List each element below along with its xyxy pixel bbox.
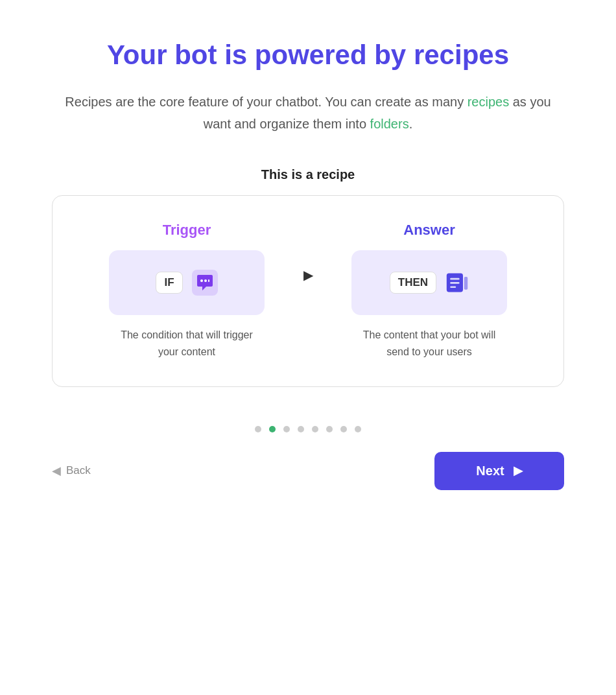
dot-2 xyxy=(269,426,276,432)
content-block-icon xyxy=(445,271,469,294)
svg-rect-8 xyxy=(464,277,468,290)
chat-bubble-icon xyxy=(192,270,218,296)
arrow-divider: ▶ xyxy=(289,250,327,283)
right-arrow-icon: ▶ xyxy=(303,267,313,283)
svg-rect-3 xyxy=(208,279,209,282)
trigger-column: Trigger IF The condition that will trigg… xyxy=(85,222,289,360)
subtitle-recipes: recipes xyxy=(468,95,509,109)
next-arrow-icon: ▶ xyxy=(514,464,523,478)
svg-rect-6 xyxy=(450,282,459,284)
back-button[interactable]: ◀ Back xyxy=(52,464,91,478)
dot-8 xyxy=(355,426,361,432)
answer-description: The content that your bot will send to y… xyxy=(358,327,501,360)
answer-pill: THEN xyxy=(351,250,507,315)
dot-4 xyxy=(298,426,304,432)
dot-7 xyxy=(340,426,347,432)
subtitle-end: . xyxy=(409,117,413,131)
answer-title: Answer xyxy=(403,222,455,239)
recipe-card: Trigger IF The condition that will trigg… xyxy=(52,195,564,386)
next-button-label: Next xyxy=(476,464,504,478)
nav-row: ◀ Back Next ▶ xyxy=(52,452,564,490)
recipe-section-label: This is a recipe xyxy=(261,167,355,182)
page-container: Your bot is powered by recipes Recipes a… xyxy=(0,0,616,695)
answer-column: Answer THEN The content that your bot wi… xyxy=(327,222,531,360)
dot-5 xyxy=(312,426,318,432)
trigger-description: The condition that will trigger your con… xyxy=(115,327,258,360)
dot-3 xyxy=(283,426,290,432)
back-arrow-icon: ◀ xyxy=(52,464,61,478)
next-button[interactable]: Next ▶ xyxy=(434,452,564,490)
svg-rect-1 xyxy=(200,279,203,282)
page-title: Your bot is powered by recipes xyxy=(107,39,509,71)
dot-6 xyxy=(326,426,333,432)
then-badge: THEN xyxy=(390,272,436,294)
trigger-pill: IF xyxy=(109,250,265,315)
subtitle-start: Recipes are the core feature of your cha… xyxy=(65,95,467,109)
back-button-label: Back xyxy=(66,464,91,477)
subtitle: Recipes are the core feature of your cha… xyxy=(55,91,561,135)
trigger-title: Trigger xyxy=(163,222,211,239)
subtitle-folders: folders xyxy=(370,117,409,131)
pagination-dots xyxy=(255,426,361,432)
svg-rect-5 xyxy=(450,278,459,280)
recipe-row: Trigger IF The condition that will trigg… xyxy=(85,222,531,360)
dot-1 xyxy=(255,426,261,432)
svg-rect-2 xyxy=(204,279,207,282)
svg-rect-7 xyxy=(450,287,456,289)
if-badge: IF xyxy=(156,272,182,294)
